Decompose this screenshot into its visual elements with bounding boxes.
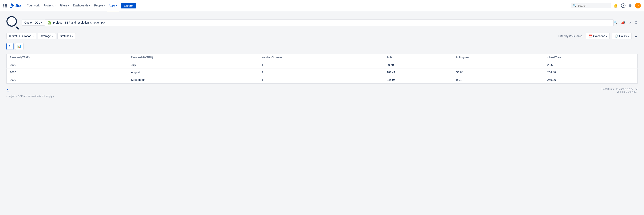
version-label: Version: 1.30.7.437 (602, 90, 638, 93)
announcement-icon[interactable]: 📣 (621, 20, 625, 25)
search-input[interactable] (578, 4, 606, 7)
jql-note: ( project = SSP and resolution is not em… (6, 95, 638, 98)
calendar-chevron: ▾ (606, 35, 607, 37)
share-icon[interactable]: ↗ (628, 21, 631, 24)
col-header-todo[interactable]: To Do (384, 54, 453, 61)
cell-issues-2: 7 (258, 69, 384, 76)
filters-chevron: ▾ (68, 4, 69, 6)
hours-button[interactable]: 🕐 Hours ▾ (612, 33, 632, 39)
search-icon: 🔍 (573, 4, 576, 7)
create-button[interactable]: Create (121, 3, 136, 8)
settings2-icon[interactable]: ⚙ (634, 20, 638, 25)
cell-issues-3: 1 (258, 76, 384, 84)
nav-people[interactable]: People ▾ (92, 0, 107, 11)
cell-leadtime-1: 20.50 (544, 61, 638, 69)
chart-icon: ≡ (9, 34, 11, 38)
statuses-label: Statuses (60, 34, 71, 38)
bottom-area: ↻ Report Date: 11/Jan/21 12:27 PM Versio… (6, 88, 638, 93)
toolbar-right: 📅 Calendar ▾ 🕐 Hours ▾ ☁ (586, 33, 638, 39)
svg-rect-7 (5, 6, 6, 8)
data-table: Resolved (YEAR) Resolved (MONTH) Number … (6, 54, 638, 84)
calendar-icon: 📅 (588, 34, 592, 38)
jql-dropdown-label: Custom JQL (24, 21, 40, 24)
refresh-icon[interactable]: ↻ (6, 88, 10, 93)
average-button[interactable]: Average ▾ (38, 33, 56, 39)
statuses-chevron: ▾ (72, 35, 73, 37)
svg-rect-5 (6, 5, 7, 6)
cell-inprogress-1: - (453, 61, 544, 69)
svg-rect-3 (4, 5, 4, 6)
report-date: Report Date: 11/Jan/21 12:27 PM (602, 88, 638, 90)
topnav: Jira Your work Projects ▾ Filters ▾ Dash… (0, 0, 644, 11)
bar-chart-view-button[interactable]: 📊 (15, 43, 24, 50)
nav-filters[interactable]: Filters ▾ (58, 0, 71, 11)
col-header-inprogress[interactable]: In Progress (453, 54, 544, 61)
cell-year-2: 2020 (7, 69, 128, 76)
grid-icon[interactable] (3, 4, 7, 8)
settings-icon[interactable]: ⚙ (629, 4, 632, 8)
search-right-icons: 📣 ↗ ⚙ (618, 20, 638, 25)
search-bar[interactable]: 🔍 (571, 3, 611, 8)
jql-search-icon[interactable]: 🔍 (614, 21, 618, 24)
svg-rect-2 (6, 4, 7, 5)
app-logo[interactable]: Jira (9, 3, 21, 8)
nav-your-work[interactable]: Your work (25, 0, 42, 11)
filter-date-text[interactable]: Filter by issue date... (558, 34, 584, 38)
dashboards-chevron: ▾ (89, 4, 90, 6)
hours-label: Hours (619, 34, 627, 38)
notifications-icon[interactable]: 🔔 (614, 4, 618, 8)
cell-issues-1: 1 (258, 61, 384, 69)
cell-month-2: August (128, 69, 258, 76)
average-chevron: ▾ (52, 35, 53, 37)
status-duration-button[interactable]: ≡ Status Duration ▾ (6, 33, 36, 39)
nav-dashboards[interactable]: Dashboards ▾ (71, 0, 92, 11)
table-row: 2020 September 1 246.95 0.01 246.96 (7, 76, 638, 84)
svg-rect-8 (6, 6, 7, 8)
big-search-icon (6, 16, 19, 29)
average-label: Average (40, 34, 51, 38)
cell-todo-3: 246.95 (384, 76, 453, 84)
cell-leadtime-2: 204.48 (544, 69, 638, 76)
cell-todo-2: 181.41 (384, 69, 453, 76)
cell-inprogress-3: 0.01 (453, 76, 544, 84)
cell-leadtime-3: 246.96 (544, 76, 638, 84)
col-header-issues[interactable]: Number Of Issues (258, 54, 384, 61)
table-header-row: Resolved (YEAR) Resolved (MONTH) Number … (7, 54, 638, 61)
nav-apps[interactable]: Apps ▾ (107, 0, 119, 11)
jql-dropdown-chevron: ▾ (41, 22, 42, 24)
col-header-leadtime[interactable]: ↕ Lead Time (544, 54, 638, 61)
hours-chevron: ▾ (628, 35, 629, 37)
cell-month-3: September (128, 76, 258, 84)
calendar-button[interactable]: 📅 Calendar ▾ (586, 33, 610, 39)
table-row: 2020 July 1 20.50 - 20.50 (7, 61, 638, 69)
projects-chevron: ▾ (54, 4, 56, 6)
svg-rect-4 (5, 5, 6, 6)
svg-rect-6 (4, 6, 4, 8)
jql-input-wrap: ✅ (45, 19, 614, 26)
people-chevron: ▾ (104, 4, 105, 6)
cloud-icon[interactable]: ☁ (634, 34, 638, 38)
svg-rect-1 (5, 4, 6, 5)
status-duration-label: Status Duration (12, 34, 32, 38)
nav-projects[interactable]: Projects ▾ (42, 0, 58, 11)
help-icon[interactable]: ? (621, 4, 626, 8)
search-logo-area: Custom JQL ▾ ✅ 🔍 📣 ↗ ⚙ (6, 16, 638, 29)
cell-inprogress-2: 53.84 (453, 69, 544, 76)
refresh-view-button[interactable]: ↻ (6, 43, 14, 50)
toolbar: ≡ Status Duration ▾ Average ▾ Statuses ▾… (6, 33, 638, 39)
main-content: Custom JQL ▾ ✅ 🔍 📣 ↗ ⚙ ≡ Status Duration… (0, 11, 644, 215)
col-header-year[interactable]: Resolved (YEAR) (7, 54, 128, 61)
table-row: 2020 August 7 181.41 53.84 204.48 (7, 69, 638, 76)
apps-chevron: ▾ (116, 4, 117, 6)
jql-input[interactable] (53, 21, 611, 24)
svg-rect-0 (4, 4, 4, 5)
col-header-month[interactable]: Resolved (MONTH) (128, 54, 258, 61)
custom-jql-button[interactable]: Custom JQL ▾ (22, 20, 45, 26)
logo-text: Jira (15, 4, 21, 8)
statuses-button[interactable]: Statuses ▾ (58, 33, 76, 39)
topnav-right-icons: 🔔 ? ⚙ J (614, 3, 641, 8)
cell-year-3: 2020 (7, 76, 128, 84)
avatar[interactable]: J (635, 3, 641, 8)
view-icons: ↻ 📊 (6, 43, 638, 50)
leadtime-sort-icon: ↕ (547, 56, 548, 59)
